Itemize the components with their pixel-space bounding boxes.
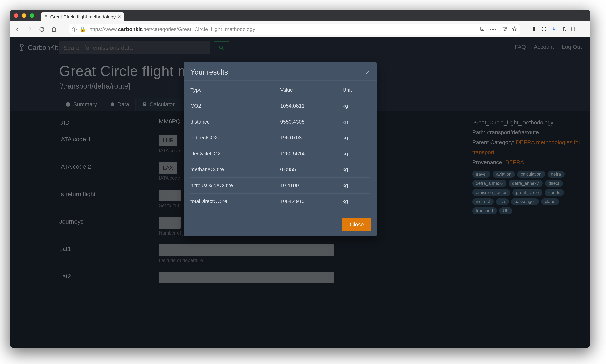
results-header: Unit [343,87,370,93]
window-zoom-button[interactable] [30,13,34,18]
results-modal: Your results × TypeValueUnitCO21054.0811… [184,63,377,236]
reload-button[interactable] [37,25,46,34]
result-value: 1260.5614 [280,151,343,157]
favicon-icon [44,15,48,19]
info-icon[interactable] [541,26,547,33]
svg-rect-3 [572,27,576,31]
results-table: TypeValueUnitCO21054.0811kgdistance9550.… [184,80,377,213]
result-unit: kg [343,167,370,173]
toolbar-extensions [531,26,587,33]
result-value: 196.0703 [280,135,343,141]
lock-icon: 🔒 [79,26,87,32]
result-unit: kg [343,135,370,141]
window-close-button[interactable] [14,13,18,18]
result-value: 1064.4910 [280,198,343,205]
address-bar[interactable]: i 🔒 https://www.carbonkit.net/categories… [69,24,520,35]
results-row: lifeCycleCO2e1260.5614kg [190,146,370,162]
result-type: distance [190,119,280,125]
results-row: indirectCO2e196.0703kg [190,130,370,146]
result-unit: kg [343,182,370,189]
result-type: totalDirectCO2e [190,198,280,205]
result-unit: km [343,119,370,125]
browser-toolbar: i 🔒 https://www.carbonkit.net/categories… [10,22,591,37]
result-type: lifeCycleCO2e [190,151,280,157]
tab-title: Great Circle flight methodology [50,14,116,20]
browser-tab[interactable]: Great Circle flight methodology ✕ [40,12,124,22]
bookmark-star-icon[interactable] [512,26,517,33]
result-unit: kg [343,151,370,157]
sidebar-icon[interactable] [571,26,577,33]
result-type: CO2 [190,103,280,109]
results-header: Type [190,87,280,93]
results-row: CO21054.0811kg [190,98,370,114]
window-controls [14,10,34,22]
result-type: methaneCO2e [190,167,280,173]
result-unit: kg [343,103,370,109]
new-tab-button[interactable]: + [124,12,133,22]
result-value: 10.4100 [280,182,343,189]
close-button[interactable]: Close [343,218,371,231]
meatball-icon[interactable]: ••• [490,27,497,32]
results-header: Value [280,87,343,93]
svg-point-0 [45,15,47,17]
result-type: nitrousOxideCO2e [190,182,280,189]
site-info-icon[interactable]: i [72,27,77,32]
forward-button[interactable] [26,25,34,34]
modal-title: Your results [190,68,228,76]
result-type: indirectCO2e [190,135,280,141]
results-row: totalDirectCO2e1064.4910kg [190,194,370,209]
evernote-icon[interactable] [531,26,537,33]
window-minimize-button[interactable] [22,13,26,18]
home-button[interactable] [49,25,58,34]
page-viewport: CarbonKit Search for emissions data FAQ … [10,37,591,348]
pocket-icon[interactable] [502,26,507,33]
results-row: nitrousOxideCO2e10.4100kg [190,178,370,194]
result-value: 9550.4308 [280,119,343,125]
results-row: methaneCO2e0.0955kg [190,162,370,178]
menu-hamburger-icon[interactable] [581,26,587,33]
results-row: distance9550.4308km [190,114,370,130]
reader-icon[interactable] [480,26,485,33]
result-unit: kg [343,198,370,205]
url-text: https://www.carbonkit.net/categories/Gre… [89,26,255,32]
back-button[interactable] [13,25,22,34]
library-icon[interactable] [561,26,566,33]
browser-window: Great Circle flight methodology ✕ + i 🔒 … [10,10,591,348]
tab-close-icon[interactable]: ✕ [118,14,121,19]
result-value: 1054.0811 [280,103,343,109]
modal-close-icon[interactable]: × [366,68,370,76]
downloads-icon[interactable] [551,26,557,33]
result-value: 0.0955 [280,167,343,173]
tabstrip: Great Circle flight methodology ✕ + [10,10,591,22]
